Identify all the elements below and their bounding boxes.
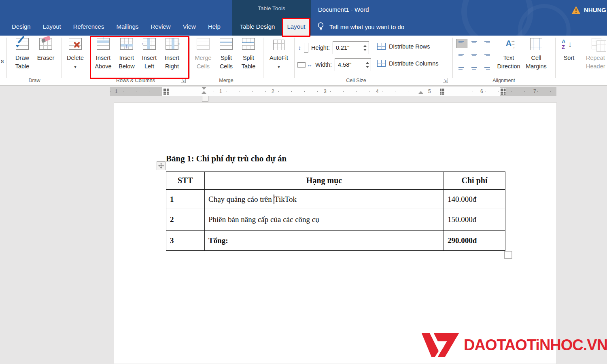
table-row: 2 Phiên bản nâng cấp của các công cụ 150… (166, 209, 505, 231)
tab-table-layout-active[interactable]: Layout (282, 18, 310, 37)
distribute-rows-label: Distribute Rows (389, 43, 430, 50)
tab-help[interactable]: Help (202, 18, 227, 36)
hanging-indent-marker[interactable] (202, 91, 206, 94)
align-center-button[interactable] (469, 50, 480, 59)
sort-icon-arrow: ↓ (568, 39, 572, 50)
height-input[interactable] (333, 44, 362, 51)
account-name[interactable]: NHUNG (584, 6, 606, 13)
eraser-button[interactable]: Eraser (35, 38, 57, 77)
watermark: DAOTAOTiNHOC.VN (422, 332, 607, 358)
tab-design[interactable]: Design (6, 18, 37, 36)
ruler-number: 1 (218, 89, 223, 94)
table-resize-handle[interactable] (504, 251, 512, 259)
insert-above-button[interactable]: ↑ Insert Above (92, 38, 114, 77)
width-input[interactable] (335, 61, 364, 68)
cell-stt[interactable]: 2 (166, 209, 205, 231)
group-label-draw: Draw (8, 78, 61, 83)
table-row: 1 Chạy quảng cáo trên TikTok 140.000đ (166, 190, 505, 209)
header-cell-stt[interactable]: STT (166, 172, 205, 190)
distribute-rows-button[interactable]: Distribute Rows (377, 43, 430, 50)
insert-above-icon: ↑ (97, 38, 110, 50)
height-icon: ↕ (298, 45, 301, 51)
ruler-table-column-marker[interactable] (439, 88, 445, 95)
header-cell-cost[interactable]: Chi phí (444, 172, 505, 190)
height-spinner[interactable] (362, 42, 369, 54)
ruler-number: 7 (532, 89, 537, 94)
split-table-button[interactable]: Split Table (237, 38, 260, 77)
cell-item[interactable]: Chạy quảng cáo trên TikTok (205, 190, 444, 209)
tab-layout[interactable]: Layout (37, 18, 67, 36)
cell-item[interactable]: Tổng: (205, 231, 444, 251)
tab-references[interactable]: References (67, 18, 110, 36)
group-label-cell-size: Cell Size (267, 78, 445, 83)
distribute-columns-button[interactable]: Distribute Columns (377, 60, 439, 67)
right-indent-marker[interactable] (418, 91, 423, 94)
height-spinbox[interactable] (333, 41, 369, 54)
repeat-header-icon-2 (596, 40, 606, 52)
align-bottom-center-button[interactable] (469, 61, 480, 71)
split-cells-label: Split Cells (220, 55, 233, 70)
merge-cells-label: Merge Cells (195, 55, 211, 70)
distribute-columns-icon (377, 60, 386, 67)
cell-cost[interactable]: 140.000đ (444, 190, 505, 209)
tab-mailings[interactable]: Mailings (110, 18, 144, 36)
insert-right-icon: → (166, 38, 178, 50)
ruler-table-column-marker[interactable] (500, 88, 506, 95)
group-label-rows-columns: Rows & Columns (90, 78, 181, 83)
draw-table-button[interactable]: Draw Table (11, 38, 33, 77)
sort-label: Sort (564, 55, 575, 61)
rows-columns-dialog-launcher[interactable]: ↘ (181, 78, 186, 83)
tab-table-design[interactable]: Table Design (235, 18, 280, 36)
align-bottom-right-button[interactable] (481, 61, 492, 71)
warning-icon[interactable] (572, 6, 580, 14)
group-label-merge: Merge (192, 78, 261, 83)
arrow-down-icon: ↓ (125, 43, 128, 49)
watermark-logo-icon (422, 332, 459, 358)
align-center-right-button[interactable] (481, 50, 492, 59)
align-top-left-button[interactable] (456, 39, 467, 48)
cell-cost[interactable]: 290.000đ (444, 231, 505, 251)
width-spinbox[interactable] (335, 58, 371, 71)
split-table-label: Split Table (242, 55, 256, 70)
merge-cells-button: Merge Cells (192, 38, 214, 77)
horizontal-ruler[interactable]: 1 1 2 3 4 5 6 7 (110, 87, 556, 96)
left-indent-marker-box[interactable] (202, 96, 208, 102)
column-width-field: ↔ Width: (297, 58, 371, 71)
cell-margins-label: Cell Margins (526, 55, 547, 70)
document-table[interactable]: STT Hạng mục Chi phí 1 Chạy quảng cáo tr… (166, 171, 505, 251)
tell-me-label: Tell me what you want to do (329, 23, 404, 30)
cell-cost[interactable]: 150.000đ (444, 209, 505, 231)
width-icon: ↔ (307, 62, 312, 68)
insert-below-button[interactable]: ↓ Insert Below (116, 38, 138, 77)
cell-stt[interactable]: 3 (166, 231, 205, 251)
width-spinner[interactable] (364, 59, 371, 71)
split-cells-button[interactable]: Split Cells (215, 38, 237, 77)
group-divider (294, 38, 295, 78)
insert-below-icon: ↓ (120, 38, 133, 50)
tab-view[interactable]: View (177, 18, 202, 36)
insert-left-button[interactable]: ← Insert Left (138, 38, 160, 77)
eraser-icon (39, 38, 52, 50)
ruler-number: 6 (479, 89, 484, 94)
ruler-ticks (110, 91, 556, 92)
table-move-handle[interactable] (157, 161, 166, 170)
header-cell-item[interactable]: Hạng mục (205, 172, 444, 190)
eraser-label: Eraser (37, 55, 55, 61)
delete-button[interactable]: Delete ▾ (64, 38, 87, 77)
align-center-left-button[interactable] (456, 50, 467, 59)
first-line-indent-marker[interactable] (202, 87, 206, 90)
page[interactable]: Bảng 1: Chi phí dự trù cho dự án STT Hạn… (114, 102, 557, 364)
tell-me-box[interactable]: Tell me what you want to do (317, 18, 404, 36)
tab-review[interactable]: Review (145, 18, 177, 36)
document-heading[interactable]: Bảng 1: Chi phí dự trù cho dự án (166, 154, 287, 164)
account-area[interactable]: NHUNG (572, 6, 606, 14)
insert-right-button[interactable]: → Insert Right (161, 38, 183, 77)
cell-stt[interactable]: 1 (166, 190, 205, 209)
autofit-button[interactable]: AutoFit ▾ (267, 38, 291, 77)
cell-size-dialog-launcher[interactable]: ↘ (443, 78, 448, 83)
cell-item[interactable]: Phiên bản nâng cấp của các công cụ (205, 209, 444, 231)
table-row: 3 Tổng: 290.000đ (166, 231, 505, 251)
ruler-table-column-marker[interactable] (163, 88, 169, 95)
insert-right-label: Insert Right (165, 55, 179, 70)
align-bottom-left-button[interactable] (456, 61, 467, 71)
